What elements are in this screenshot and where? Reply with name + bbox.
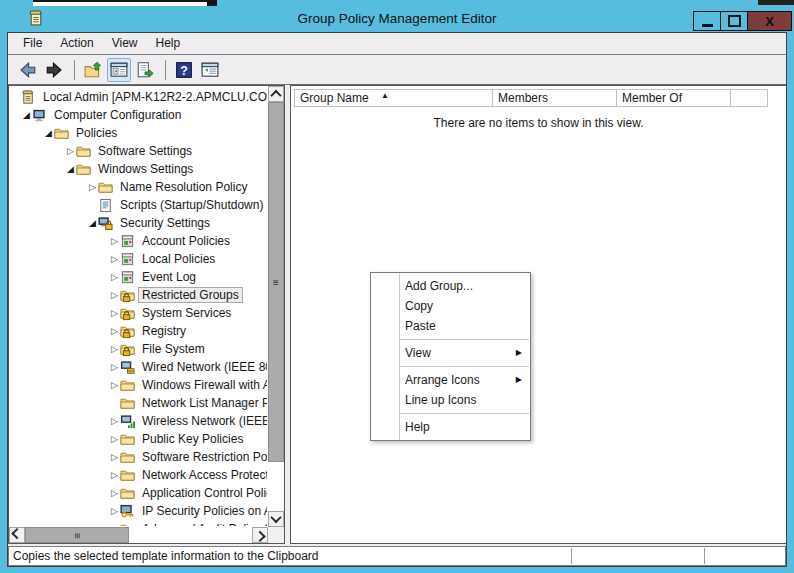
title-bar[interactable]: Group Policy Management Editor X [0, 5, 794, 33]
expander-collapsed-icon[interactable]: ▷ [109, 362, 120, 372]
tree-item-security-settings[interactable]: ◢Security Settings [9, 214, 267, 232]
expander-collapsed-icon[interactable]: ▷ [109, 236, 120, 246]
close-button[interactable]: X [747, 11, 792, 31]
forward-button[interactable] [42, 58, 66, 82]
tree-horizontal-scrollbar-thumb[interactable]: ≡ [25, 527, 129, 543]
help-button[interactable] [172, 58, 196, 82]
folder-lock-icon [120, 306, 135, 321]
expander-collapsed-icon[interactable]: ▷ [109, 344, 120, 354]
gpo-icon [21, 90, 36, 105]
tree-item-advanced-audit-policy-c[interactable]: Advanced Audit Policy C [9, 520, 267, 526]
scroll-right-button[interactable] [252, 527, 268, 543]
context-menu-item-arrange-icons[interactable]: Arrange Icons▶ [371, 370, 530, 390]
menu-help[interactable]: Help [147, 33, 190, 54]
expander-collapsed-icon[interactable]: ▷ [109, 506, 120, 516]
help-icon [175, 61, 193, 79]
column-header-member-of[interactable]: Member Of [616, 89, 731, 107]
tree-item-label: Local Policies [138, 251, 219, 267]
tree-item-windows-settings[interactable]: ◢Windows Settings [9, 160, 267, 178]
scroll-left-button[interactable] [9, 527, 25, 543]
tree-item-local-policies[interactable]: ▷Local Policies [9, 250, 267, 268]
maximize-button[interactable] [720, 11, 748, 31]
tree-item-label: Software Restriction Policie [138, 449, 267, 465]
tree-item-file-system[interactable]: ▷File System [9, 340, 267, 358]
tree-item-label: Public Key Policies [138, 431, 247, 447]
tree-item-windows-firewall-with-adv[interactable]: ▷Windows Firewall with Adv [9, 376, 267, 394]
tree-item-network-list-manager-poli[interactable]: Network List Manager Poli [9, 394, 267, 412]
tree-item-ip-security-policies-on-acti[interactable]: ▷IP Security Policies on Acti [9, 502, 267, 520]
tree-item-application-control-policie[interactable]: ▷Application Control Policie [9, 484, 267, 502]
menu-action[interactable]: Action [51, 33, 102, 54]
tree-item-restricted-groups[interactable]: ▷Restricted Groups [9, 286, 267, 304]
context-menu-item-view[interactable]: View▶ [371, 343, 530, 363]
menu-view[interactable]: View [103, 33, 147, 54]
folder-lock-icon [120, 324, 135, 339]
column-header-group-name[interactable]: Group Name▲ [294, 89, 493, 107]
tree-item-network-access-protection[interactable]: ▷Network Access Protection [9, 466, 267, 484]
expander-collapsed-icon[interactable]: ▷ [109, 380, 120, 390]
context-menu-item-add-group[interactable]: Add Group... [371, 276, 530, 296]
chevron-left-icon [11, 528, 22, 539]
context-menu-item-paste[interactable]: Paste [371, 316, 530, 336]
expander-collapsed-icon[interactable]: ▷ [109, 488, 120, 498]
tree-item-name-resolution-policy[interactable]: ▷Name Resolution Policy [9, 178, 267, 196]
console-tree-panel: Local Admin [APM-K12R2-2.APMCLU.COM]◢Com… [8, 85, 285, 544]
expander-collapsed-icon[interactable]: ▷ [109, 434, 120, 444]
tree-item-event-log[interactable]: ▷Event Log [9, 268, 267, 286]
tree-item-label: System Services [138, 305, 235, 321]
expander-collapsed-icon[interactable]: ▷ [109, 308, 120, 318]
context-menu-item-line-up-icons[interactable]: Line up Icons [371, 390, 530, 410]
expander-collapsed-icon[interactable]: ▷ [109, 470, 120, 480]
tree-horizontal-scrollbar[interactable]: ≡ [9, 527, 268, 543]
expander-collapsed-icon[interactable]: ▷ [87, 182, 98, 192]
back-button[interactable] [16, 58, 40, 82]
expander-collapsed-icon[interactable]: ▷ [109, 254, 120, 264]
tree-item-policies[interactable]: ◢Policies [9, 124, 267, 142]
expander-expanded-icon[interactable]: ◢ [87, 218, 98, 228]
tree-item-label: Network Access Protection [138, 467, 267, 483]
tree-item-computer-configuration[interactable]: ◢Computer Configuration [9, 106, 267, 124]
menu-file[interactable]: File [14, 33, 51, 54]
expander-collapsed-icon[interactable]: ▷ [109, 452, 120, 462]
expander-collapsed-icon[interactable]: ▷ [109, 272, 120, 282]
tree-vertical-scrollbar-thumb[interactable]: ≡ [268, 102, 284, 462]
tree-item-local-admin-apm-k12r2-2-apmclu-com[interactable]: Local Admin [APM-K12R2-2.APMCLU.COM] [9, 88, 267, 106]
tree-item-label: IP Security Policies on Acti [138, 503, 267, 519]
tree-item-registry[interactable]: ▷Registry [9, 322, 267, 340]
expander-collapsed-icon[interactable]: ▷ [109, 326, 120, 336]
context-menu-item-copy[interactable]: Copy [371, 296, 530, 316]
folder-icon [54, 126, 69, 141]
expander-collapsed-icon[interactable]: ▷ [65, 146, 76, 156]
scroll-down-button[interactable] [268, 511, 284, 527]
tree-item-wireless-network-ieee-802[interactable]: ▷Wireless Network (IEEE 802 [9, 412, 267, 430]
scroll-up-button[interactable] [268, 86, 284, 102]
up-one-level-button[interactable] [81, 58, 105, 82]
folder-icon [98, 180, 113, 195]
folder-icon [120, 486, 135, 501]
tree-item-software-settings[interactable]: ▷Software Settings [9, 142, 267, 160]
context-menu-item-help[interactable]: Help [371, 417, 530, 437]
tree-vertical-scrollbar[interactable]: ≡ [268, 86, 284, 527]
console-tree: Local Admin [APM-K12R2-2.APMCLU.COM]◢Com… [9, 88, 267, 526]
column-header-filler[interactable] [730, 89, 768, 107]
expander-expanded-icon[interactable]: ◢ [21, 110, 32, 120]
show-action-pane-button[interactable] [198, 58, 222, 82]
computer-icon [32, 108, 47, 123]
tree-item-software-restriction-policie[interactable]: ▷Software Restriction Policie [9, 448, 267, 466]
expander-expanded-icon[interactable]: ◢ [65, 164, 76, 174]
expander-collapsed-icon[interactable]: ▷ [109, 290, 120, 300]
tree-item-system-services[interactable]: ▷System Services [9, 304, 267, 322]
expander-collapsed-icon[interactable]: ▷ [109, 416, 120, 426]
expander-expanded-icon[interactable]: ◢ [43, 128, 54, 138]
show-console-tree-button[interactable] [107, 58, 131, 82]
folder-icon [120, 432, 135, 447]
export-list-button[interactable] [133, 58, 157, 82]
tree-item-scripts-startup-shutdown[interactable]: Scripts (Startup/Shutdown) [9, 196, 267, 214]
folder-lock-icon [120, 342, 135, 357]
tree-item-public-key-policies[interactable]: ▷Public Key Policies [9, 430, 267, 448]
tree-item-account-policies[interactable]: ▷Account Policies [9, 232, 267, 250]
status-text: Copies the selected template information… [13, 549, 319, 563]
column-header-members[interactable]: Members [492, 89, 617, 107]
tree-item-wired-network-ieee-802-3[interactable]: ▷Wired Network (IEEE 802.3) [9, 358, 267, 376]
minimize-button[interactable] [693, 11, 721, 31]
